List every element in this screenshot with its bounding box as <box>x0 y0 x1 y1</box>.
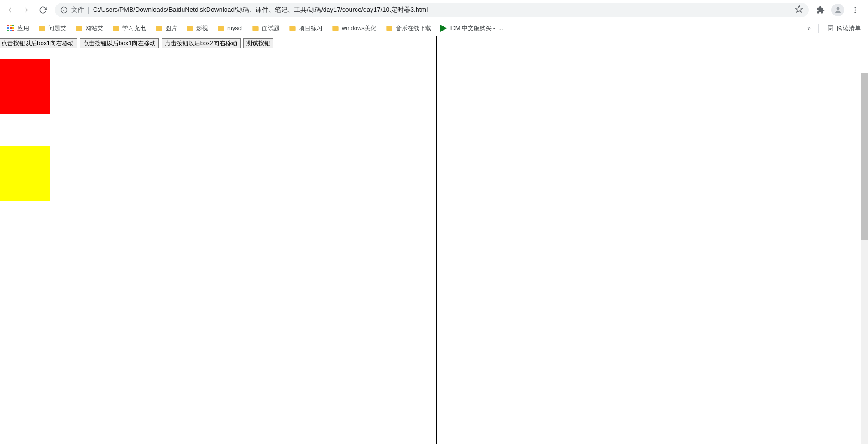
button-row: 点击按钮以后box1向右移动 点击按钮以后box1向左移动 点击按钮以后box2… <box>0 36 868 50</box>
profile-avatar[interactable] <box>831 3 845 17</box>
bookmarks-bar: 应用 问题类 网站类 学习充电 图片 影视 mysql 面试题 项目练习 win… <box>0 20 868 36</box>
move-box1-right-button[interactable]: 点击按钮以后box1向右移动 <box>0 38 77 48</box>
bookmark-label: 网站类 <box>85 24 103 32</box>
svg-point-7 <box>855 11 856 13</box>
address-bar[interactable]: 文件 | C:/Users/PMB/Downloads/BaiduNetdisk… <box>55 3 809 17</box>
folder-icon <box>217 25 225 32</box>
reading-list-button[interactable]: 阅读清单 <box>823 22 864 34</box>
bookmark-label: 项目练习 <box>299 24 323 32</box>
bookmark-label: 学习充电 <box>122 24 146 32</box>
vertical-line <box>436 36 437 444</box>
bookmark-label: mysql <box>227 25 243 31</box>
back-button[interactable] <box>3 3 17 17</box>
forward-button[interactable] <box>19 3 34 17</box>
bookmarks-overflow[interactable]: » <box>805 25 814 32</box>
folder-icon <box>155 25 162 32</box>
box1-red <box>0 59 50 114</box>
bookmark-folder[interactable]: 网站类 <box>72 22 107 34</box>
star-icon[interactable] <box>795 5 803 15</box>
bookmark-folder[interactable]: 问题类 <box>35 22 70 34</box>
bookmark-idm[interactable]: IDM 中文版购买 -T... <box>437 22 507 34</box>
svg-marker-3 <box>796 6 803 12</box>
bookmark-folder[interactable]: 影视 <box>183 22 212 34</box>
bookmark-label: 问题类 <box>48 24 66 32</box>
folder-icon <box>38 25 46 32</box>
folder-icon <box>186 25 193 32</box>
svg-point-6 <box>855 9 856 10</box>
menu-icon[interactable] <box>848 3 863 17</box>
scrollbar-thumb[interactable] <box>861 73 868 240</box>
reading-list-label: 阅读清单 <box>837 24 861 32</box>
bookmark-folder[interactable]: windows美化 <box>328 22 380 34</box>
folder-icon <box>112 25 120 32</box>
bookmark-label: IDM 中文版购买 -T... <box>450 24 503 32</box>
url-text: C:/Users/PMB/Downloads/BaiduNetdiskDownl… <box>93 6 791 14</box>
folder-icon <box>386 25 393 32</box>
bookmark-folder[interactable]: 面试题 <box>248 22 283 34</box>
folder-icon <box>332 25 339 32</box>
folder-icon <box>289 25 296 32</box>
test-button[interactable]: 测试按钮 <box>243 38 273 48</box>
bookmark-label: 图片 <box>165 24 177 32</box>
site-info-icon[interactable] <box>60 6 68 14</box>
page-content: 点击按钮以后box1向右移动 点击按钮以后box1向左移动 点击按钮以后box2… <box>0 36 868 444</box>
file-scheme-label: 文件 <box>71 6 84 14</box>
box2-yellow <box>0 146 50 201</box>
toolbar-right <box>813 3 865 17</box>
svg-point-5 <box>855 7 856 8</box>
vertical-scrollbar[interactable] <box>861 73 868 444</box>
bookmark-folder[interactable]: 图片 <box>152 22 181 34</box>
apps-label: 应用 <box>17 24 29 32</box>
bookmark-folder[interactable]: 项目练习 <box>285 22 326 34</box>
bookmark-folder[interactable]: 音乐在线下载 <box>382 22 435 34</box>
apps-icon <box>7 25 15 32</box>
bookmark-folder[interactable]: 学习充电 <box>109 22 150 34</box>
reload-button[interactable] <box>36 3 50 17</box>
bookmarks-right: » 阅读清单 <box>805 22 864 34</box>
address-separator: | <box>88 6 89 14</box>
bookmark-label: 影视 <box>196 24 208 32</box>
bookmarks-separator <box>818 24 819 33</box>
bookmark-folder[interactable]: mysql <box>214 23 246 34</box>
svg-point-4 <box>837 7 840 10</box>
browser-toolbar: 文件 | C:/Users/PMB/Downloads/BaiduNetdisk… <box>0 0 868 20</box>
apps-shortcut[interactable]: 应用 <box>4 22 33 34</box>
folder-icon <box>252 25 259 32</box>
play-icon <box>440 25 447 32</box>
bookmark-label: 面试题 <box>262 24 280 32</box>
reading-list-icon <box>827 25 834 32</box>
bookmark-label: windows美化 <box>342 24 376 32</box>
extensions-icon[interactable] <box>813 3 828 17</box>
move-box2-right-button[interactable]: 点击按钮以后box2向右移动 <box>162 38 241 48</box>
folder-icon <box>75 25 83 32</box>
bookmark-label: 音乐在线下载 <box>396 24 431 32</box>
move-box1-left-button[interactable]: 点击按钮以后box1向左移动 <box>80 38 159 48</box>
